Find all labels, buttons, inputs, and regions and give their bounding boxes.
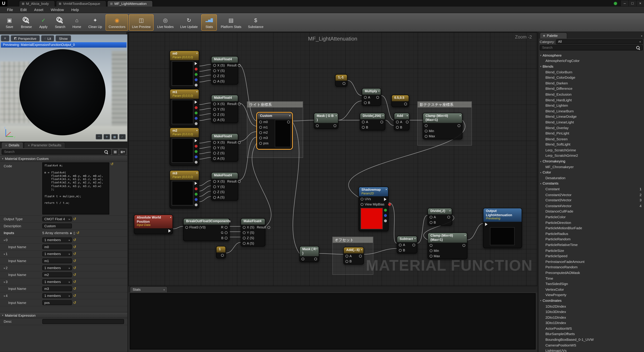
trash-icon[interactable]: ▯ — [73, 231, 75, 235]
menu-help[interactable]: Help — [68, 6, 82, 13]
output-pin[interactable] — [384, 214, 387, 217]
output-pin[interactable] — [195, 145, 198, 148]
palette-item-time[interactable]: Time — [538, 275, 644, 281]
input-pin[interactable] — [425, 124, 428, 127]
viewport-menu-button[interactable]: ≡ — [1, 35, 10, 41]
palette-item-blend-overlay[interactable]: Blend_Overlay — [538, 125, 644, 131]
input-pin[interactable] — [399, 243, 402, 246]
output-pin[interactable] — [195, 187, 198, 190]
output-pin[interactable] — [238, 64, 241, 67]
output-pin[interactable] — [376, 96, 379, 99]
input-pin[interactable] — [485, 223, 488, 226]
input-pin[interactable] — [425, 135, 428, 138]
collapse-icon[interactable]: ▾ — [386, 188, 387, 191]
input-pin[interactable] — [362, 120, 365, 123]
live-update-button[interactable]: ↻Live Update — [177, 14, 200, 30]
search-button[interactable]: Search — [52, 14, 68, 30]
input-name-field-m0[interactable] — [42, 244, 72, 249]
palette-item-1dto3dindex[interactable]: 1Dto3DIndex — [538, 309, 644, 315]
collapse-icon[interactable]: ▾ — [464, 234, 466, 237]
asset-tab-m-alicia-body[interactable]: ▦M_Alicia_body — [19, 0, 55, 6]
input-pin[interactable] — [346, 255, 348, 257]
palette-item-atmosphericfogcolor[interactable]: AtmosphericFogColor — [538, 58, 644, 64]
node-subtract[interactable]: Subtract▾AB — [397, 236, 417, 253]
input-pin[interactable] — [243, 231, 246, 234]
members-dropdown[interactable]: 1 members▾ — [42, 293, 72, 298]
output-pin[interactable] — [388, 203, 391, 206]
palette-category-color[interactable]: ▾Color — [538, 170, 644, 175]
output-pin[interactable] — [406, 120, 409, 123]
palette-item-lightmapuvs[interactable]: LightmapUVs — [538, 348, 644, 352]
palette-search-input[interactable] — [541, 45, 635, 50]
palette-category-blends[interactable]: ▾Blends — [538, 64, 644, 69]
palette-category-chromakeying[interactable]: ▾Chromakeying — [538, 159, 644, 164]
input-pin[interactable] — [213, 102, 216, 105]
asset-tab-mf-lightattenuation[interactable]: ▦MF_LightAttenuation — [107, 0, 153, 6]
reset-icon[interactable]: ↺ — [73, 294, 76, 298]
collapse-icon[interactable]: ▾ — [4, 281, 6, 284]
input-name-field-pos[interactable] — [42, 300, 72, 305]
input-pin[interactable] — [430, 221, 432, 224]
view-options-icon[interactable]: ◉▾ — [120, 149, 126, 154]
input-name-input[interactable] — [44, 273, 70, 277]
palette-item-blend-linearburn[interactable]: Blend_LinearBurn — [538, 108, 644, 114]
reset-icon[interactable]: ↺ — [73, 245, 76, 249]
palette-item-mf-chromakeyer[interactable]: MF_Chromakeyer — [538, 164, 644, 170]
members-dropdown[interactable]: 1 members▾ — [42, 251, 72, 256]
save-button[interactable]: ▣Save — [2, 14, 17, 30]
input-pin[interactable] — [360, 203, 364, 206]
input-pin[interactable] — [399, 249, 402, 252]
output-pin[interactable] — [195, 62, 197, 65]
output-pin[interactable] — [195, 203, 198, 206]
palette-item-particlerelativetime[interactable]: ParticleRelativeTime — [538, 242, 644, 247]
palette-item-desaturation[interactable]: Desaturation — [538, 175, 644, 181]
palette-item-blend-softlight[interactable]: Blend_SoftLight — [538, 142, 644, 147]
output-pin[interactable] — [287, 120, 290, 123]
node-m3[interactable]: m3Param (0,0,0,0)▾ — [170, 170, 199, 208]
palette-item-blend-screen[interactable]: Blend_Screen — [538, 136, 644, 142]
palette-item-3dto1dindex[interactable]: 3Dto1DIndex — [538, 320, 644, 326]
collapse-icon[interactable]: ▾ — [196, 90, 198, 93]
node-divide-2[interactable]: Divide(,2)▾AB — [428, 208, 452, 225]
palette-item-constant2vector[interactable]: Constant2Vector2 — [538, 192, 644, 197]
node-makefloat4-2[interactable]: MakeFloat4X (S)ResultY (S)Z (S)A (S) — [211, 95, 238, 123]
show-button[interactable]: Show — [56, 35, 71, 41]
output-pin[interactable] — [195, 106, 198, 109]
expand-icon[interactable]: ⌐ — [119, 134, 126, 140]
menu-edit[interactable]: Edit — [16, 6, 30, 13]
asset-tab-vrmmtoonbaseopaque[interactable]: ▦VrmMToonBaseOpaque — [56, 0, 106, 6]
output-pin[interactable] — [195, 117, 198, 120]
category-dropdown[interactable]: All▾ — [556, 39, 643, 44]
node-makefloat4-5[interactable]: MakeFloat4X (S)ResultY (S)Z (S)A (S) — [241, 218, 265, 246]
reset-icon[interactable]: ↺ — [76, 231, 80, 235]
collapse-icon[interactable]: ▾ — [4, 267, 6, 269]
preview-viewport[interactable]: ≡ ◩Perspective ◌Lit Show Previewing: Mat… — [0, 34, 127, 142]
platform-stats-button[interactable]: ▤Platform Stats — [218, 14, 244, 30]
node-makefloat4-1[interactable]: MakeFloat4X (S)ResultY (S)Z (S)A (S) — [211, 56, 238, 84]
output-pin[interactable] — [195, 139, 197, 142]
collapse-icon[interactable]: ▾ — [460, 114, 461, 117]
palette-item-particlerandom[interactable]: ParticleRandom — [538, 236, 644, 242]
input-pin[interactable] — [396, 120, 399, 123]
output-pin[interactable] — [384, 209, 387, 212]
reset-icon[interactable]: ↺ — [73, 301, 76, 304]
input-pin[interactable] — [185, 226, 188, 229]
members-dropdown[interactable]: 1 members▾ — [42, 279, 72, 284]
palette-item-lerp-scratchgrime2[interactable]: Lerp_ScratchGrime2 — [538, 153, 644, 159]
palette-item-blend-lighten[interactable]: Blend_Lighten — [538, 103, 644, 108]
input-pin[interactable] — [259, 131, 262, 134]
output-pin[interactable] — [195, 112, 198, 114]
node-const-1-minus1[interactable]: 1,-1 — [335, 74, 347, 86]
output-pin[interactable] — [334, 124, 336, 127]
input-pin[interactable] — [259, 120, 262, 123]
output-pin[interactable] — [238, 102, 241, 105]
palette-item-particleradius[interactable]: ParticleRadius — [538, 231, 644, 236]
tab-details[interactable]: ≡Details — [1, 142, 23, 148]
stats-output[interactable] — [130, 293, 536, 350]
collapse-icon[interactable]: ▾ — [4, 295, 6, 297]
input-pin[interactable] — [213, 69, 216, 72]
node-clamp-1[interactable]: Clamp (Min=0) (Max=1)▾MinMax — [422, 113, 462, 139]
output-pin[interactable] — [195, 150, 198, 153]
output-pin[interactable] — [314, 258, 317, 260]
close-button[interactable]: × — [636, 0, 644, 6]
